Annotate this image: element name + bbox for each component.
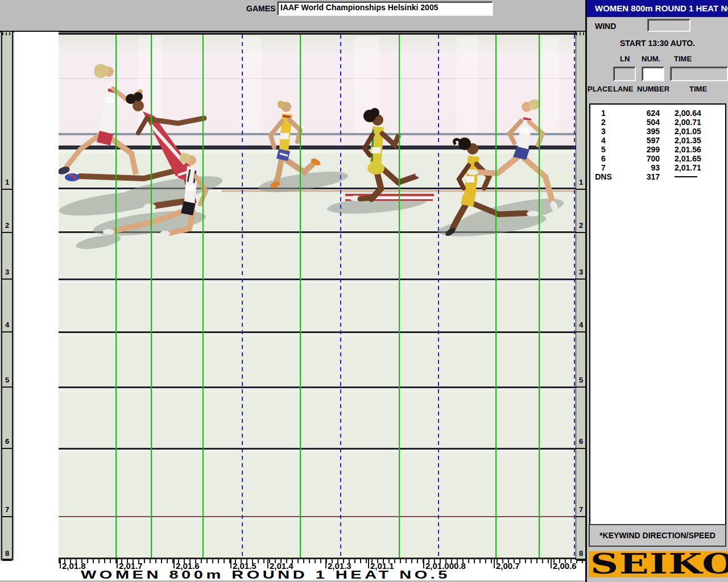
lane-divider <box>2 278 12 280</box>
column-header-time: TIME <box>689 85 707 93</box>
column-header-number: NUMBER <box>637 85 669 93</box>
scale-tick <box>315 559 316 563</box>
lane-divider <box>576 232 586 233</box>
scale-label-bar <box>368 559 369 568</box>
scale-tick <box>263 559 264 563</box>
scale-tick <box>491 559 492 563</box>
scale-tick <box>144 559 145 563</box>
scale-label-bar <box>494 559 495 568</box>
lane-strip-left: 12345678 <box>1 32 13 560</box>
scale-tick <box>474 559 475 563</box>
results-panel: WOMEN 800m ROUND 1 HEAT NO. WIND START 1… <box>587 0 728 582</box>
result-row: 25042,00.71 <box>590 118 725 127</box>
result-cell: 700 <box>617 154 660 163</box>
result-cell: 93 <box>617 163 660 172</box>
result-cell: DNS <box>590 172 617 181</box>
scale-label-bar <box>173 559 175 568</box>
lane-number: 6 <box>576 437 586 446</box>
lane-number: 5 <box>576 376 586 384</box>
scale-tick <box>400 559 401 563</box>
lane-number: 4 <box>576 321 586 329</box>
event-title: WOMEN 800m ROUND 1 HEAT NO.5 <box>81 568 450 581</box>
scale-tick <box>360 559 361 563</box>
scale-tick <box>167 559 168 563</box>
result-cell: 504 <box>617 118 660 127</box>
scale-tick <box>224 559 225 563</box>
result-cell: 299 <box>617 145 660 154</box>
scale-tick <box>320 559 321 563</box>
scale-tick <box>411 559 412 563</box>
result-cell: 597 <box>617 136 660 145</box>
column-header-lane: LANE <box>613 85 633 93</box>
scale-tick <box>525 559 526 563</box>
lane-divider <box>576 331 586 332</box>
panel-title: WOMEN 800m ROUND 1 HEAT NO. <box>587 0 728 17</box>
result-cell: 2,00.64 <box>660 109 725 118</box>
result-cell: 2,01.05 <box>660 127 725 136</box>
scale-tick <box>531 559 532 563</box>
photo-finish-image <box>59 33 576 559</box>
result-cell: 5 <box>590 145 617 154</box>
games-input[interactable]: IAAF World Championships Helsinki 2005 <box>277 1 493 16</box>
scale-tick <box>161 559 162 563</box>
lane-divider <box>2 232 12 233</box>
result-row: 33952,01.05 <box>590 127 725 136</box>
scale-tick <box>104 559 105 563</box>
time-entry-input[interactable] <box>670 66 728 81</box>
results-table: 16242,00.6425042,00.7133952,01.0545972,0… <box>589 103 726 528</box>
lane-number: 2 <box>2 221 12 230</box>
top-divider-line <box>0 31 585 32</box>
result-row: 52992,01.56 <box>590 145 725 154</box>
result-cell: 1 <box>590 109 617 118</box>
lane-number: 1 <box>576 178 586 186</box>
result-cell: 2,01.35 <box>660 136 725 145</box>
scale-tick <box>297 559 299 563</box>
scale-label-bar <box>117 559 118 568</box>
scale-tick <box>303 559 304 563</box>
result-cell: 3 <box>590 127 617 136</box>
lane-divider <box>2 331 12 332</box>
scale-tick <box>406 559 407 563</box>
result-cell: 6 <box>590 154 617 163</box>
scale-tick <box>542 559 543 563</box>
lane-divider <box>2 189 12 190</box>
lane-divider <box>576 189 586 190</box>
lane-divider <box>2 386 12 388</box>
lane-divider <box>576 516 586 517</box>
result-cell: 317 <box>617 172 660 181</box>
lane-entry-input[interactable] <box>613 66 636 81</box>
left-white-gutter <box>14 32 59 580</box>
lane-number: 4 <box>2 321 12 329</box>
scale-tick <box>110 559 111 563</box>
scale-tick <box>309 559 310 563</box>
scale-tick <box>479 559 481 563</box>
result-cell: 624 <box>617 109 660 118</box>
seiko-logo: SEIKO <box>589 551 728 577</box>
scale-tick <box>218 559 219 563</box>
result-cell: 7 <box>590 163 617 172</box>
scale-tick <box>98 559 100 563</box>
wind-input[interactable] <box>647 19 690 32</box>
scale-tick <box>366 559 367 563</box>
lane-number: 7 <box>576 505 586 514</box>
scale-tick <box>206 559 208 563</box>
scale-tick <box>201 559 202 563</box>
column-header-place: PLACE <box>588 85 613 93</box>
keywind-button[interactable]: *KEYWIND DIRECTION/SPEED <box>589 524 726 547</box>
scale-tick <box>258 559 259 563</box>
result-cell: 2,00.71 <box>660 118 725 127</box>
lane-divider <box>576 386 586 388</box>
scale-tick <box>536 559 537 563</box>
result-cell: 395 <box>617 127 660 136</box>
scale-tick <box>548 559 549 563</box>
lane-number: 1 <box>2 178 12 186</box>
strip-ticks <box>576 32 586 35</box>
number-entry-input[interactable] <box>642 66 664 81</box>
lane-divider <box>576 448 586 449</box>
scale-label: 2,00.6 <box>553 561 577 571</box>
scale-label: 2,00.7 <box>496 561 520 571</box>
scale-tick <box>394 559 395 563</box>
result-row: DNS317 <box>590 172 725 181</box>
result-row: 7932,01.71 <box>590 163 725 172</box>
strip-ticks <box>2 32 12 35</box>
